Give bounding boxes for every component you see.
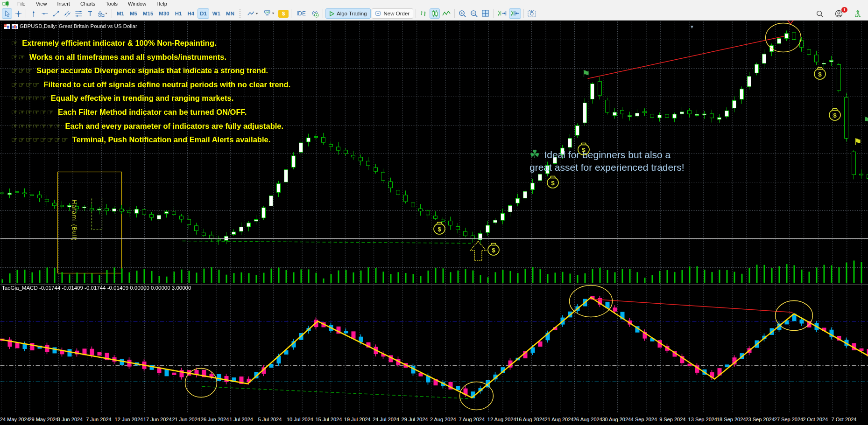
- trendline-tool-button[interactable]: [51, 8, 61, 19]
- date-label: 23 Sep 2024: [745, 417, 774, 422]
- menu-view[interactable]: View: [31, 1, 52, 7]
- horizontal-line-tool-button[interactable]: [40, 8, 50, 19]
- menu-file[interactable]: File: [12, 1, 31, 7]
- date-label: 29 Jul 2024: [402, 417, 428, 422]
- chart-canvas[interactable]: [0, 0, 868, 425]
- date-label: 9 Sep 2024: [659, 417, 685, 422]
- date-label: 4 Sep 2024: [631, 417, 657, 422]
- date-label: 24 May 2024: [0, 417, 30, 422]
- date-label: 1 Jul 2024: [229, 417, 253, 422]
- timeframe-m5-button[interactable]: M5: [127, 8, 140, 19]
- zoom-in-button[interactable]: [457, 8, 468, 19]
- vertical-line-tool-button[interactable]: [28, 8, 39, 19]
- user-profile-icon[interactable]: 1: [833, 9, 844, 19]
- date-label: 7 Aug 2024: [459, 417, 485, 422]
- date-label: 29 May 2024: [28, 417, 58, 422]
- timeframe-m15-button[interactable]: M15: [141, 8, 155, 19]
- currency-button[interactable]: $: [278, 10, 289, 18]
- cursor-tool-button[interactable]: [2, 8, 12, 19]
- timeframe-m1-button[interactable]: M1: [114, 8, 127, 19]
- timeframe-h1-button[interactable]: H1: [173, 8, 184, 19]
- date-label: 3 Jun 2024: [57, 417, 83, 422]
- chart-shift-button[interactable]: [496, 8, 508, 19]
- templates-button[interactable]: [261, 8, 277, 19]
- date-label: 15 Jul 2024: [315, 417, 342, 422]
- menu-charts[interactable]: Charts: [75, 1, 100, 7]
- notification-badge: 1: [841, 7, 847, 13]
- mt5-logo-icon: [2, 1, 9, 7]
- date-label: 27 Sep 2024: [774, 417, 803, 422]
- date-label: 10 Jul 2024: [287, 417, 313, 422]
- date-label: 12 Jun 2024: [115, 417, 143, 422]
- ide-button[interactable]: IDE: [294, 8, 309, 19]
- timeframe-d1-button[interactable]: D1: [198, 8, 209, 19]
- fibonacci-tool-button[interactable]: [73, 8, 84, 19]
- date-label: 30 Aug 2024: [602, 417, 631, 422]
- date-label: 21 Aug 2024: [545, 417, 574, 422]
- date-label: 12 Aug 2024: [487, 417, 516, 422]
- date-label: 7 Oct 2024: [832, 417, 857, 422]
- new-order-button[interactable]: New Order: [372, 8, 414, 19]
- screenshot-button[interactable]: [526, 8, 538, 19]
- channel-tool-button[interactable]: [62, 8, 72, 19]
- shapes-tool-button[interactable]: [96, 8, 109, 19]
- date-label: 5 Jul 2024: [258, 417, 282, 422]
- timeframe-mn-button[interactable]: MN: [224, 8, 237, 19]
- line-chart-mode-button[interactable]: [441, 8, 452, 19]
- date-label: 18 Sep 2024: [717, 417, 746, 422]
- search-icon[interactable]: [815, 9, 825, 19]
- menu-tools[interactable]: Tools: [100, 1, 123, 7]
- indicators-button[interactable]: [246, 8, 261, 19]
- tile-windows-button[interactable]: [480, 8, 491, 19]
- date-label: 19 Jul 2024: [344, 417, 371, 422]
- metaeditor-button[interactable]: [310, 8, 320, 19]
- date-label: 21 Jun 2024: [172, 417, 200, 422]
- date-axis[interactable]: 24 May 202429 May 20243 Jun 20247 Jun 20…: [0, 414, 868, 425]
- level-up-icon[interactable]: ⇧LVL: [853, 9, 863, 19]
- crosshair-tool-button[interactable]: [13, 8, 23, 19]
- zoom-out-button[interactable]: [469, 8, 480, 19]
- date-label: 7 Jun 2024: [86, 417, 111, 422]
- date-label: 24 Jul 2024: [373, 417, 399, 422]
- timeframe-m30-button[interactable]: M30: [156, 8, 171, 19]
- candlestick-mode-button[interactable]: [430, 8, 440, 19]
- auto-scroll-button[interactable]: [509, 8, 521, 19]
- date-label: 17 Jun 2024: [143, 417, 172, 422]
- text-tool-button[interactable]: T: [85, 8, 95, 19]
- menu-bar: File View Insert Charts Tools Window Hel…: [0, 0, 868, 7]
- menu-help[interactable]: Help: [151, 1, 172, 7]
- date-label: 13 Sep 2024: [688, 417, 717, 422]
- timeframe-h4-button[interactable]: H4: [185, 8, 197, 19]
- menu-window[interactable]: Window: [123, 1, 151, 7]
- menu-insert[interactable]: Insert: [52, 1, 75, 7]
- timeframe-w1-button[interactable]: W1: [210, 8, 223, 19]
- date-label: 26 Aug 2024: [573, 417, 602, 422]
- toolbar: T M1 M5 M15 M30 H1 H4 D1 W1 MN $ IDE Alg…: [0, 7, 868, 21]
- date-label: 2 Oct 2024: [803, 417, 828, 422]
- mt5-window: File View Insert Charts Tools Window Hel…: [0, 0, 868, 425]
- bar-chart-mode-button[interactable]: [418, 8, 429, 19]
- date-label: 2 Aug 2024: [430, 417, 456, 422]
- date-label: 16 Aug 2024: [516, 417, 545, 422]
- date-label: 26 Jun 2024: [201, 417, 229, 422]
- algo-trading-button[interactable]: Algo Trading: [325, 8, 371, 19]
